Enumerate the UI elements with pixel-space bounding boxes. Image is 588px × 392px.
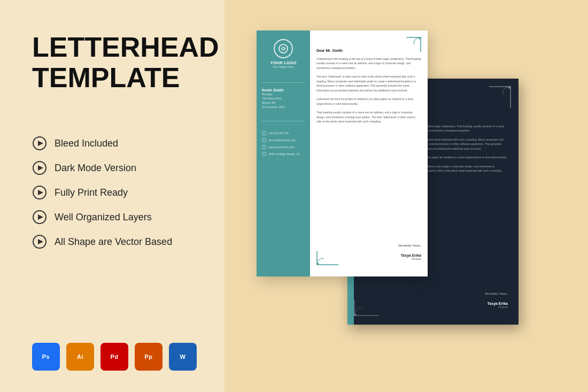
svg-point-13 (419, 37, 421, 39)
dark-sign-name: Tasya Erika (485, 302, 508, 305)
powerpoint-icon: Pp (135, 343, 163, 371)
body-text-1: A letterhead is the heading at the top o… (316, 57, 421, 71)
main-title: LETTERHEAD TEMPLATE (32, 32, 203, 93)
feature-layers: Well Organized Layers (32, 210, 203, 225)
logo-area: YOUR LOGO Your Tagline Here (262, 39, 305, 68)
feature-layers-label: Well Organized Layers (55, 212, 152, 223)
svg-marker-9 (38, 239, 43, 244)
dark-closing: Sincerely Yours, (485, 292, 508, 295)
phone-row: +00 123 456 789 (262, 131, 305, 135)
svg-marker-3 (38, 165, 43, 171)
play-circle-icon-2 (32, 160, 47, 175)
photoshop-icon: Ps (32, 343, 60, 371)
dark-sign-role: Finance (485, 305, 508, 309)
website-row: www.yourdomain.com (262, 145, 305, 149)
svg-point-10 (508, 87, 510, 89)
sender-info: Kevin Smith Manager 794 Athena Park, Bos… (262, 88, 305, 109)
document-container: Dear Mr. Smith A letterhead is the headi… (241, 14, 572, 378)
svg-point-11 (354, 313, 357, 316)
acrobat-icon: Pd (100, 343, 128, 371)
title-line2: TEMPLATE (32, 62, 180, 93)
sender-name: Kevin Smith (262, 88, 305, 92)
corner-decoration-bottom (314, 249, 341, 272)
feature-print: Fully Print Ready (32, 185, 203, 200)
email-text: yourmail@domain.com (268, 139, 296, 142)
phone-icon (262, 131, 266, 135)
doc-sidebar: YOUR LOGO Your Tagline Here Kevin Smith … (257, 30, 310, 276)
sender-address: 794 Athena Park, (262, 96, 305, 101)
signature-area: Sincerely Yours, Tasya Erika Finance (398, 244, 421, 260)
feature-bleed-label: Bleed Included (55, 138, 118, 149)
body-text-4: That heading usually consists of a name … (316, 110, 421, 124)
address-icon (262, 152, 266, 156)
email-row: yourmail@domain.com (262, 138, 305, 142)
right-panel: Dear Mr. Smith A letterhead is the headi… (225, 0, 588, 392)
svg-point-14 (318, 263, 319, 264)
word-icon: W (169, 343, 197, 371)
dark-corner-decoration (484, 84, 513, 116)
website-text: www.yourdomain.com (268, 145, 295, 149)
contact-info: +00 123 456 789 yourmail@domain.com www.… (262, 131, 305, 159)
left-panel: LETTERHEAD TEMPLATE Bleed Included Dark … (0, 0, 225, 392)
svg-marker-1 (38, 141, 43, 146)
feature-dark: Dark Mode Version (32, 160, 203, 175)
address-text: 2466 Coolidge Streeet, SC (268, 152, 300, 156)
feature-print-label: Fully Print Ready (55, 187, 128, 198)
doc-light: YOUR LOGO Your Tagline Here Kevin Smith … (257, 30, 428, 276)
logo-text: YOUR LOGO (262, 60, 305, 65)
play-circle-icon-3 (32, 185, 47, 200)
dark-bottom-corner (352, 297, 381, 320)
features-list: Bleed Included Dark Mode Version Fully P… (32, 136, 203, 249)
title-line1: LETTERHEAD (32, 32, 219, 63)
website-icon (262, 145, 266, 149)
play-circle-icon-4 (32, 210, 47, 225)
svg-marker-7 (38, 214, 43, 220)
dark-signature: Sincerely Yours, Tasya Erika Finance (485, 292, 508, 309)
feature-vector-label: All Shape are Vector Based (55, 236, 172, 248)
sign-closing: Sincerely Yours, (398, 244, 421, 247)
svg-marker-5 (38, 190, 43, 195)
address-row: 2466 Coolidge Streeet, SC (262, 152, 305, 156)
sender-city: Boston, MA (262, 101, 305, 105)
software-icons: Ps Ai Pd Pp W (32, 343, 203, 371)
doc-body: Dear Mr. Smith A letterhead is the headi… (310, 30, 428, 276)
play-circle-icon-5 (32, 234, 47, 249)
logo-tagline: Your Tagline Here (262, 65, 305, 68)
sign-name: Tasya Erika (398, 253, 421, 257)
sender-date: 25 November 2020 (262, 105, 305, 109)
feature-vector: All Shape are Vector Based (32, 234, 203, 249)
sign-role: Finance (398, 257, 421, 260)
phone-text: +00 123 456 789 (268, 132, 289, 135)
email-icon (262, 138, 266, 142)
body-text-2: The term "letterhead" is often used to r… (316, 74, 421, 93)
illustrator-icon: Ai (66, 343, 94, 371)
sender-role: Manager (262, 92, 305, 96)
corner-decoration-top (402, 35, 423, 58)
body-text-3: Letterhead can then be printed on statio… (316, 97, 421, 106)
play-circle-icon (32, 136, 47, 151)
feature-dark-label: Dark Mode Version (55, 163, 136, 174)
feature-bleed: Bleed Included (32, 136, 203, 151)
logo-circle (274, 39, 293, 58)
